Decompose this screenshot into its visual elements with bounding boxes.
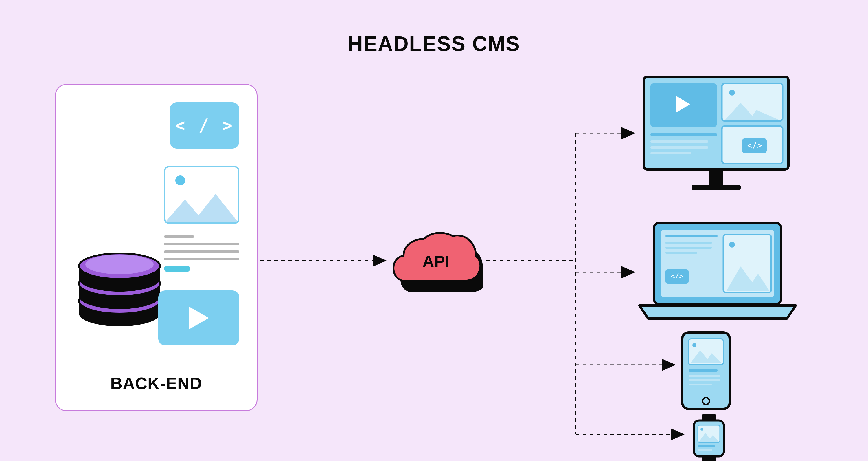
svg-rect-38 [689,379,720,381]
backend-label: BACK-END [110,374,202,393]
svg-rect-27 [665,247,712,249]
svg-rect-46 [698,445,715,447]
svg-rect-22 [691,185,741,190]
svg-rect-47 [698,450,712,451]
svg-point-45 [701,428,703,431]
code-tile: < / > [170,102,239,148]
svg-text:</>: </> [671,272,683,280]
text-line [164,235,194,238]
video-tile [158,290,239,345]
svg-rect-26 [665,242,712,244]
sun-icon [175,175,185,185]
smartwatch-device [689,414,729,461]
svg-rect-19 [650,146,708,148]
svg-rect-17 [650,133,717,136]
svg-point-13 [729,90,735,95]
image-tile [164,166,239,224]
svg-rect-36 [689,369,717,372]
api-label: API [423,252,450,271]
svg-rect-28 [665,252,697,254]
button-placeholder [164,265,190,272]
text-line [164,258,239,260]
code-glyph: < / > [175,116,235,135]
text-line [164,251,239,253]
svg-rect-20 [650,152,691,154]
svg-point-32 [729,242,735,248]
play-icon [187,305,210,331]
backend-panel: < / > BACK-END [55,84,257,411]
svg-rect-21 [709,170,723,185]
svg-rect-25 [665,235,717,237]
desktop-device: </> [642,75,790,194]
svg-rect-18 [650,140,708,143]
svg-point-9 [85,255,154,274]
svg-text:</>: </> [747,141,762,150]
svg-rect-39 [689,384,712,385]
smartphone-device [680,330,732,411]
laptop-device: </> [637,220,799,324]
text-content-icon [164,235,239,272]
diagram-title: HEADLESS CMS [348,32,520,56]
mountains-icon [165,191,238,222]
svg-point-35 [692,343,696,347]
svg-rect-37 [689,375,720,377]
database-icon [73,238,166,331]
text-line [164,243,239,245]
